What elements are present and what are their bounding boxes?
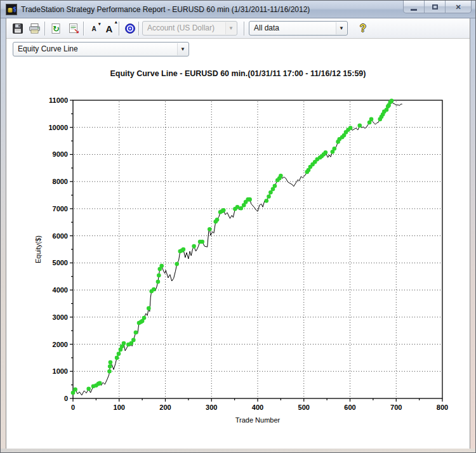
x-tick-label: 400 <box>252 404 263 411</box>
new-high-marker <box>108 364 112 369</box>
x-tick-label: 100 <box>114 404 125 411</box>
save-button[interactable] <box>10 21 25 36</box>
new-high-marker <box>122 341 126 346</box>
svg-text:$: $ <box>13 6 16 13</box>
title-bar: $ TradeStation Strategy Performance Repo… <box>1 1 476 18</box>
print-icon <box>29 23 41 34</box>
toolbar-separator <box>244 22 245 36</box>
new-high-marker <box>159 264 164 268</box>
font-increase-button[interactable]: A▴ <box>102 21 117 36</box>
new-high-marker <box>273 184 277 188</box>
y-tick-label: 3000 <box>53 313 68 321</box>
minimize-button[interactable] <box>404 1 425 13</box>
new-high-marker <box>73 388 77 392</box>
new-high-marker <box>117 351 121 356</box>
print-button[interactable] <box>27 21 42 36</box>
help-icon: ? <box>360 23 366 34</box>
font-decrease-icon: A▾ <box>91 25 96 32</box>
x-tick-label: 500 <box>298 404 310 411</box>
new-high-marker <box>279 174 283 178</box>
new-high-marker <box>265 199 269 203</box>
new-high-marker <box>142 316 147 320</box>
y-tick-label: 2000 <box>53 341 68 348</box>
new-high-marker <box>182 247 186 252</box>
window-title: TradeStation Strategy Performance Report… <box>21 1 310 18</box>
font-decrease-button[interactable]: A▾ <box>86 21 102 36</box>
new-high-marker <box>131 338 136 343</box>
export-settings-button[interactable]: ↘ <box>66 21 81 36</box>
new-high-marker <box>221 208 226 213</box>
toolbar-separator <box>119 22 120 36</box>
new-high-marker <box>109 360 113 365</box>
new-high-marker <box>107 369 112 374</box>
data-range-dropdown[interactable]: All data ▼ <box>249 21 348 36</box>
y-tick-label: 8000 <box>53 178 68 185</box>
new-high-marker <box>156 280 161 284</box>
tradestation-icon: $ <box>7 5 16 14</box>
svg-text:↘: ↘ <box>74 27 79 35</box>
bullseye-icon <box>124 23 136 34</box>
x-tick-label: 700 <box>390 404 402 411</box>
new-high-marker <box>152 287 156 292</box>
equity-curve-chart: 0100020003000400050006000700080009000100… <box>6 89 471 438</box>
toolbar-separator <box>44 22 46 36</box>
close-button[interactable]: ✕ <box>446 1 471 13</box>
y-tick-label: 9000 <box>53 150 68 158</box>
new-high-marker <box>147 306 151 311</box>
minimize-icon <box>411 9 417 11</box>
refresh-button[interactable]: ↻ <box>48 21 63 36</box>
account-dropdown-value: Account (US Dollar) <box>147 23 215 32</box>
new-high-marker <box>157 273 161 278</box>
help-button[interactable]: ? <box>355 21 371 36</box>
target-button[interactable] <box>122 21 138 36</box>
y-axis-title: Equity($) <box>34 235 42 263</box>
new-high-marker <box>267 194 271 199</box>
account-dropdown[interactable]: Account (US Dollar) ▼ <box>142 21 237 36</box>
window-controls: ✕ <box>403 1 472 13</box>
restore-button[interactable] <box>425 1 446 13</box>
y-tick-label: 6000 <box>53 232 68 240</box>
tradestation-report-window: $ TradeStation Strategy Performance Repo… <box>0 0 476 453</box>
new-high-marker <box>358 124 362 128</box>
new-high-marker <box>200 240 204 244</box>
new-high-marker <box>98 381 102 386</box>
x-axis-title: Trade Number <box>235 416 281 424</box>
window-frame-bottom <box>1 449 476 453</box>
new-high-marker <box>324 150 328 155</box>
y-tick-label: 10000 <box>48 124 68 131</box>
toolbar: ↻ ↘ A▾ A▴ <box>6 18 470 39</box>
x-tick-label: 300 <box>206 404 217 411</box>
new-high-marker <box>239 206 244 211</box>
chevron-down-icon: ▼ <box>225 22 236 34</box>
new-high-marker <box>86 387 91 391</box>
restore-icon <box>432 4 438 10</box>
new-high-marker <box>115 356 119 360</box>
new-high-marker <box>390 99 394 103</box>
new-high-marker <box>369 117 374 122</box>
new-high-marker <box>208 227 212 232</box>
close-icon: ✕ <box>455 3 461 11</box>
x-tick-label: 0 <box>71 404 75 411</box>
chart-title: Equity Curve Line - EURUSD 60 min.(01/31… <box>6 69 470 78</box>
toolbar-separator <box>83 22 84 36</box>
x-tick-label: 800 <box>437 404 448 411</box>
refresh-icon: ↻ <box>50 23 62 34</box>
y-tick-label: 7000 <box>53 205 68 213</box>
new-high-marker <box>175 262 179 266</box>
chevron-down-icon: ▼ <box>336 22 347 34</box>
report-selector-row: Equity Curve Line ▼ <box>6 39 470 59</box>
new-high-marker <box>215 218 220 222</box>
new-high-marker <box>235 205 240 209</box>
y-tick-label: 1000 <box>53 367 68 375</box>
app-icon: $ <box>6 4 17 15</box>
window-frame-left <box>1 18 6 453</box>
report-type-dropdown[interactable]: Equity Curve Line ▼ <box>13 42 189 56</box>
export-icon: ↘ <box>68 23 80 34</box>
chevron-down-icon: ▼ <box>177 43 188 55</box>
save-icon <box>12 23 23 34</box>
new-high-marker <box>192 244 196 249</box>
new-high-marker <box>333 147 337 151</box>
equity-curve-line <box>73 101 402 395</box>
new-high-marker <box>348 126 353 130</box>
data-range-dropdown-value: All data <box>254 23 279 32</box>
